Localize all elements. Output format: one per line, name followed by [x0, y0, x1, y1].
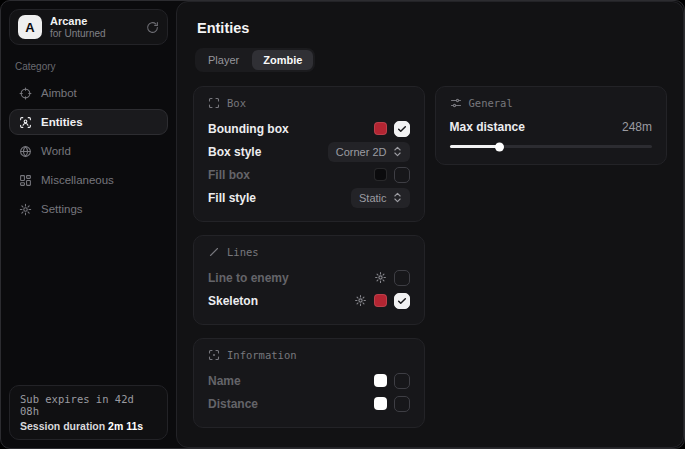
name-checkbox[interactable] — [394, 373, 410, 389]
sidebar-item-label: Entities — [41, 116, 83, 128]
info-scan-icon — [208, 349, 220, 361]
page-title: Entities — [197, 20, 667, 36]
setting-row-name: Name — [208, 369, 410, 392]
brand-block: Arcane for Unturned — [50, 15, 138, 39]
color-swatch[interactable] — [374, 397, 387, 410]
color-swatch[interactable] — [374, 122, 387, 135]
scan-box-icon — [208, 97, 220, 109]
sidebar-item-label: Miscellaneous — [41, 174, 114, 186]
line-settings-gear-icon[interactable] — [374, 271, 387, 284]
setting-row-skeleton: Skeleton — [208, 289, 410, 312]
box-card: Box Bounding box Box style — [193, 86, 425, 222]
category-label: Category — [15, 61, 162, 72]
max-distance-slider[interactable] — [450, 145, 652, 148]
sidebar-item-settings[interactable]: Settings — [9, 196, 168, 222]
slider-thumb[interactable] — [495, 142, 504, 151]
gear-icon — [18, 203, 32, 216]
left-column: Box Bounding box Box style — [193, 86, 425, 428]
box-style-dropdown[interactable]: Corner 2D — [328, 142, 410, 162]
color-swatch[interactable] — [374, 294, 387, 307]
line-icon — [208, 246, 220, 258]
globe-icon — [18, 145, 32, 158]
tab-player[interactable]: Player — [197, 50, 250, 70]
sidebar: A Arcane for Unturned Category Aimbot — [1, 1, 176, 448]
sub-expiry-text: Sub expires in 42d 08h — [20, 393, 157, 417]
sidebar-item-miscellaneous[interactable]: Miscellaneous — [9, 167, 168, 193]
tab-zombie[interactable]: Zombie — [252, 50, 313, 70]
setting-row-fill-box: Fill box — [208, 163, 410, 186]
sidebar-item-label: Settings — [41, 203, 83, 215]
lines-card: Lines Line to enemy — [193, 235, 425, 325]
crosshair-icon — [18, 87, 32, 100]
color-swatch[interactable] — [374, 374, 387, 387]
information-card: Information Name Distance — [193, 338, 425, 428]
sidebar-nav: Aimbot Entities World — [9, 80, 168, 222]
chevron-up-down-icon — [393, 192, 402, 203]
skeleton-checkbox[interactable] — [394, 293, 410, 309]
color-swatch[interactable] — [374, 168, 387, 181]
general-card: General Max distance 248m — [435, 86, 667, 165]
right-column: General Max distance 248m — [435, 86, 667, 165]
subscription-footer: Sub expires in 42d 08h Session duration … — [9, 385, 168, 440]
sidebar-item-aimbot[interactable]: Aimbot — [9, 80, 168, 106]
card-title: Lines — [227, 246, 259, 258]
skeleton-settings-gear-icon[interactable] — [354, 294, 367, 307]
setting-row-box-style: Box style Corner 2D — [208, 140, 410, 163]
setting-row-distance: Distance — [208, 392, 410, 415]
brand-avatar: A — [18, 15, 42, 39]
distance-checkbox[interactable] — [394, 396, 410, 412]
sidebar-item-label: Aimbot — [41, 87, 77, 99]
card-title: General — [469, 97, 513, 109]
setting-row-line-to-enemy: Line to enemy — [208, 266, 410, 289]
app-window: A Arcane for Unturned Category Aimbot — [0, 0, 685, 449]
setting-row-fill-style: Fill style Static — [208, 186, 410, 209]
sidebar-item-label: World — [41, 145, 71, 157]
entities-icon — [18, 116, 32, 129]
line-to-enemy-checkbox[interactable] — [394, 270, 410, 286]
card-title: Information — [227, 349, 297, 361]
fill-style-dropdown[interactable]: Static — [351, 188, 410, 208]
card-title: Box — [227, 97, 246, 109]
brand-name: Arcane — [50, 15, 138, 28]
sidebar-item-world[interactable]: World — [9, 138, 168, 164]
setting-row-bounding-box: Bounding box — [208, 117, 410, 140]
max-distance-value: 248m — [622, 120, 652, 134]
bounding-box-checkbox[interactable] — [394, 121, 410, 137]
sidebar-item-entities[interactable]: Entities — [9, 109, 168, 135]
entity-tabs: Player Zombie — [195, 48, 315, 72]
slider-fill — [450, 145, 500, 148]
profile-card: A Arcane for Unturned — [9, 9, 168, 45]
main-panel: Entities Player Zombie Box — [176, 1, 684, 448]
session-duration-text: Session duration 2m 11s — [20, 420, 157, 432]
content-columns: Box Bounding box Box style — [193, 86, 667, 428]
fill-box-checkbox[interactable] — [394, 167, 410, 183]
grid-icon — [18, 174, 32, 187]
sliders-icon — [450, 97, 462, 109]
sync-icon[interactable] — [146, 21, 159, 34]
setting-row-max-distance: Max distance 248m — [450, 117, 652, 137]
chevron-up-down-icon — [393, 146, 402, 157]
brand-subtitle: for Unturned — [50, 28, 138, 40]
